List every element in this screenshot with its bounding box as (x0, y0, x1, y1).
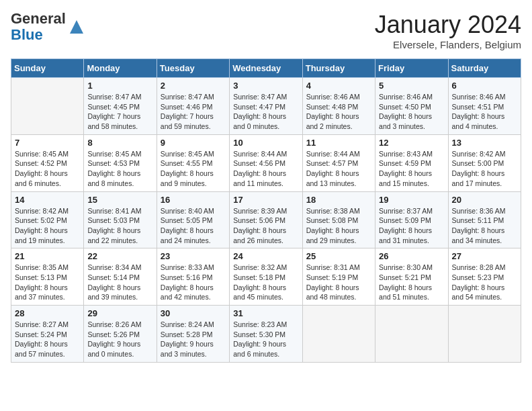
day-cell-23: 23Sunrise: 8:33 AMSunset: 5:16 PMDayligh… (157, 248, 229, 306)
day-info: Sunrise: 8:39 AMSunset: 5:06 PMDaylight:… (233, 206, 298, 246)
day-info: Sunrise: 8:42 AMSunset: 5:02 PMDaylight:… (15, 206, 80, 246)
day-cell-5: 5Sunrise: 8:46 AMSunset: 4:50 PMDaylight… (375, 78, 448, 135)
weekday-header-friday: Friday (375, 59, 448, 78)
day-cell-28: 28Sunrise: 8:27 AMSunset: 5:24 PMDayligh… (11, 306, 84, 363)
day-number: 12 (379, 138, 444, 148)
day-cell-18: 18Sunrise: 8:38 AMSunset: 5:08 PMDayligh… (302, 191, 375, 248)
day-cell-31: 31Sunrise: 8:23 AMSunset: 5:30 PMDayligh… (230, 306, 302, 363)
day-number: 18 (306, 195, 371, 205)
location: Elversele, Flanders, Belgium (375, 39, 521, 50)
day-cell-26: 26Sunrise: 8:30 AMSunset: 5:21 PMDayligh… (375, 248, 448, 306)
weekday-header-tuesday: Tuesday (157, 59, 229, 78)
weekday-header-row: SundayMondayTuesdayWednesdayThursdayFrid… (11, 59, 521, 78)
day-info: Sunrise: 8:42 AMSunset: 5:00 PMDaylight:… (452, 149, 517, 189)
day-number: 20 (452, 195, 517, 205)
month-title: January 2024 (375, 11, 521, 39)
day-cell-25: 25Sunrise: 8:31 AMSunset: 5:19 PMDayligh… (302, 248, 375, 306)
day-info: Sunrise: 8:24 AMSunset: 5:28 PMDaylight:… (161, 320, 226, 359)
day-cell-24: 24Sunrise: 8:32 AMSunset: 5:18 PMDayligh… (230, 248, 302, 306)
day-info: Sunrise: 8:26 AMSunset: 5:26 PMDaylight:… (87, 320, 152, 359)
week-row-4: 21Sunrise: 8:35 AMSunset: 5:13 PMDayligh… (11, 248, 521, 306)
week-row-3: 14Sunrise: 8:42 AMSunset: 5:02 PMDayligh… (11, 191, 521, 248)
day-number: 8 (87, 138, 152, 148)
day-cell-20: 20Sunrise: 8:36 AMSunset: 5:11 PMDayligh… (448, 191, 521, 248)
day-cell-29: 29Sunrise: 8:26 AMSunset: 5:26 PMDayligh… (84, 306, 157, 363)
day-info: Sunrise: 8:44 AMSunset: 4:57 PMDaylight:… (306, 149, 371, 189)
day-info: Sunrise: 8:35 AMSunset: 5:13 PMDaylight:… (15, 263, 80, 302)
day-number: 23 (161, 251, 226, 261)
day-info: Sunrise: 8:37 AMSunset: 5:09 PMDaylight:… (379, 206, 444, 246)
day-number: 26 (379, 251, 444, 261)
day-info: Sunrise: 8:33 AMSunset: 5:16 PMDaylight:… (161, 263, 226, 302)
day-number: 24 (233, 251, 298, 261)
day-info: Sunrise: 8:23 AMSunset: 5:30 PMDaylight:… (233, 320, 298, 359)
day-info: Sunrise: 8:36 AMSunset: 5:11 PMDaylight:… (452, 206, 517, 246)
weekday-header-wednesday: Wednesday (230, 59, 302, 78)
day-number: 2 (161, 81, 226, 91)
weekday-header-sunday: Sunday (11, 59, 84, 78)
day-number: 28 (15, 308, 80, 318)
day-cell-8: 8Sunrise: 8:45 AMSunset: 4:53 PMDaylight… (84, 134, 157, 191)
logo: General Blue (11, 11, 86, 43)
day-cell-16: 16Sunrise: 8:40 AMSunset: 5:05 PMDayligh… (157, 191, 229, 248)
day-number: 31 (233, 308, 298, 318)
day-number: 3 (233, 81, 298, 91)
day-info: Sunrise: 8:46 AMSunset: 4:48 PMDaylight:… (306, 92, 371, 132)
day-number: 5 (379, 81, 444, 91)
day-cell-30: 30Sunrise: 8:24 AMSunset: 5:28 PMDayligh… (157, 306, 229, 363)
day-number: 16 (161, 195, 226, 205)
day-cell-13: 13Sunrise: 8:42 AMSunset: 5:00 PMDayligh… (448, 134, 521, 191)
day-info: Sunrise: 8:47 AMSunset: 4:46 PMDaylight:… (161, 92, 226, 132)
day-number: 13 (452, 138, 517, 148)
logo-blue: Blue (11, 26, 43, 43)
day-info: Sunrise: 8:30 AMSunset: 5:21 PMDaylight:… (379, 263, 444, 302)
day-info: Sunrise: 8:31 AMSunset: 5:19 PMDaylight:… (306, 263, 371, 302)
day-cell-3: 3Sunrise: 8:47 AMSunset: 4:47 PMDaylight… (230, 78, 302, 135)
svg-marker-0 (70, 20, 83, 34)
day-number: 9 (161, 138, 226, 148)
day-info: Sunrise: 8:46 AMSunset: 4:50 PMDaylight:… (379, 92, 444, 132)
day-info: Sunrise: 8:38 AMSunset: 5:08 PMDaylight:… (306, 206, 371, 246)
day-cell-1: 1Sunrise: 8:47 AMSunset: 4:45 PMDaylight… (84, 78, 157, 135)
week-row-2: 7Sunrise: 8:45 AMSunset: 4:52 PMDaylight… (11, 134, 521, 191)
day-cell-27: 27Sunrise: 8:28 AMSunset: 5:23 PMDayligh… (448, 248, 521, 306)
day-cell-0 (11, 78, 84, 135)
day-info: Sunrise: 8:47 AMSunset: 4:45 PMDaylight:… (87, 92, 152, 132)
day-number: 15 (87, 195, 152, 205)
day-info: Sunrise: 8:45 AMSunset: 4:55 PMDaylight:… (161, 149, 226, 189)
page-header: General Blue January 2024 Elversele, Fla… (11, 11, 521, 50)
day-cell-22: 22Sunrise: 8:34 AMSunset: 5:14 PMDayligh… (84, 248, 157, 306)
day-info: Sunrise: 8:27 AMSunset: 5:24 PMDaylight:… (15, 320, 80, 359)
day-cell-9: 9Sunrise: 8:45 AMSunset: 4:55 PMDaylight… (157, 134, 229, 191)
day-number: 14 (15, 195, 80, 205)
day-cell-4: 4Sunrise: 8:46 AMSunset: 4:48 PMDaylight… (302, 78, 375, 135)
day-number: 1 (87, 81, 152, 91)
day-number: 4 (306, 81, 371, 91)
day-cell-14: 14Sunrise: 8:42 AMSunset: 5:02 PMDayligh… (11, 191, 84, 248)
day-cell-12: 12Sunrise: 8:43 AMSunset: 4:59 PMDayligh… (375, 134, 448, 191)
day-info: Sunrise: 8:45 AMSunset: 4:52 PMDaylight:… (15, 149, 80, 189)
day-info: Sunrise: 8:41 AMSunset: 5:03 PMDaylight:… (87, 206, 152, 246)
day-number: 25 (306, 251, 371, 261)
day-cell-15: 15Sunrise: 8:41 AMSunset: 5:03 PMDayligh… (84, 191, 157, 248)
day-info: Sunrise: 8:28 AMSunset: 5:23 PMDaylight:… (452, 263, 517, 302)
day-number: 11 (306, 138, 371, 148)
day-cell-6: 6Sunrise: 8:46 AMSunset: 4:51 PMDaylight… (448, 78, 521, 135)
day-cell-2: 2Sunrise: 8:47 AMSunset: 4:46 PMDaylight… (157, 78, 229, 135)
day-number: 6 (452, 81, 517, 91)
logo-icon (67, 17, 86, 36)
day-number: 19 (379, 195, 444, 205)
logo-general: General (11, 10, 66, 27)
weekday-header-saturday: Saturday (448, 59, 521, 78)
day-number: 10 (233, 138, 298, 148)
day-cell-10: 10Sunrise: 8:44 AMSunset: 4:56 PMDayligh… (230, 134, 302, 191)
day-number: 29 (87, 308, 152, 318)
day-cell-11: 11Sunrise: 8:44 AMSunset: 4:57 PMDayligh… (302, 134, 375, 191)
day-number: 21 (15, 251, 80, 261)
day-info: Sunrise: 8:34 AMSunset: 5:14 PMDaylight:… (87, 263, 152, 302)
day-info: Sunrise: 8:43 AMSunset: 4:59 PMDaylight:… (379, 149, 444, 189)
title-block: January 2024 Elversele, Flanders, Belgiu… (375, 11, 521, 50)
day-number: 30 (161, 308, 226, 318)
day-info: Sunrise: 8:46 AMSunset: 4:51 PMDaylight:… (452, 92, 517, 132)
day-cell-21: 21Sunrise: 8:35 AMSunset: 5:13 PMDayligh… (11, 248, 84, 306)
